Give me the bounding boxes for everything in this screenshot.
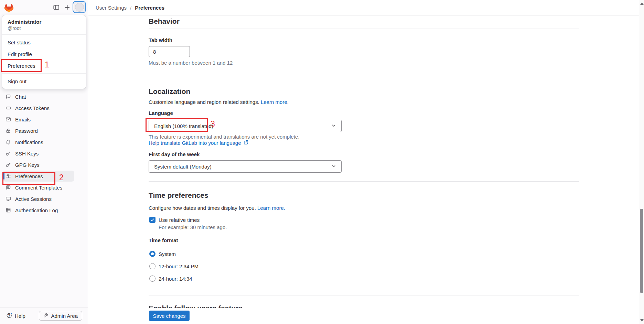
- preferences-icon: [6, 173, 11, 179]
- relative-times-label: Use relative times: [159, 217, 200, 223]
- sidebar-item-chat[interactable]: Chat: [3, 91, 74, 102]
- section-divider: [149, 181, 579, 182]
- key-icon: [6, 151, 11, 156]
- user-username: @root: [8, 25, 80, 31]
- user-menu-header: Administrator @root: [2, 15, 86, 35]
- user-menu-group: Set status Edit profile Preferences: [2, 35, 86, 73]
- time-format-option-12-hour: 12-hour: 2:34 PM: [149, 263, 198, 269]
- help-button[interactable]: ? Help: [6, 312, 25, 320]
- panel-left-icon: [53, 4, 60, 12]
- localization-section-title: Localization: [149, 87, 190, 96]
- save-changes-button[interactable]: Save changes: [149, 311, 190, 321]
- comment-lines-icon: [6, 185, 11, 190]
- localization-learn-more-link[interactable]: Learn more.: [261, 99, 289, 105]
- plus-icon: [64, 4, 71, 12]
- sidebar-item-label: Chat: [15, 94, 26, 100]
- admin-area-button[interactable]: Admin Area: [39, 311, 82, 321]
- admin-area-label: Admin Area: [51, 313, 78, 319]
- sidebar-item-password[interactable]: Password: [3, 125, 74, 136]
- sidebar-item-emails[interactable]: Emails: [3, 114, 74, 125]
- user-avatar-button[interactable]: [73, 1, 86, 13]
- user-dropdown-menu: Administrator @root Set status Edit prof…: [2, 15, 86, 89]
- new-item-button[interactable]: [63, 3, 72, 12]
- breadcrumb-separator: /: [130, 5, 131, 11]
- monitor-icon: [6, 196, 11, 202]
- avatar: [75, 3, 84, 12]
- time-format-option-24-hour: 24-hour: 14:34: [149, 276, 192, 282]
- chat-icon: [6, 94, 11, 99]
- sidebar-item-ssh-keys[interactable]: SSH Keys: [3, 148, 74, 159]
- breadcrumb: User Settings / Preferences: [88, 0, 639, 15]
- page-scrollbar: [639, 0, 644, 324]
- tab-width-label: Tab width: [149, 37, 172, 43]
- help-translate-link[interactable]: Help translate GitLab into your language: [149, 140, 241, 146]
- menu-item-preferences[interactable]: Preferences: [2, 60, 86, 72]
- menu-item-edit-profile[interactable]: Edit profile: [2, 48, 86, 60]
- scrollbar-down-arrow-icon[interactable]: [640, 319, 644, 322]
- sidebar-nav: Applications Chat Access Tokens Emails P…: [0, 79, 77, 216]
- radio-system-label: System: [159, 251, 176, 257]
- sidebar-toggle-button[interactable]: [52, 3, 61, 12]
- time-format-label: Time format: [149, 237, 178, 243]
- sidebar-item-comment-templates[interactable]: Comment Templates: [3, 182, 74, 193]
- sidebar-item-access-tokens[interactable]: Access Tokens: [3, 102, 74, 114]
- breadcrumb-user-settings-link[interactable]: User Settings: [96, 5, 127, 11]
- time-preferences-description: Configure how dates and times display fo…: [149, 205, 285, 211]
- menu-item-set-status[interactable]: Set status: [2, 36, 86, 48]
- behavior-section-title: Behavior: [149, 17, 579, 29]
- chevron-down-icon: [331, 163, 336, 170]
- external-link-icon: [243, 140, 249, 146]
- radio-24-hour[interactable]: [149, 276, 155, 282]
- relative-times-checkbox[interactable]: [149, 217, 155, 223]
- sidebar-item-label: Preferences: [15, 173, 43, 179]
- sidebar-item-notifications[interactable]: Notifications: [3, 137, 74, 148]
- menu-item-sign-out[interactable]: Sign out: [2, 75, 86, 87]
- scrollbar-up-arrow-icon[interactable]: [640, 2, 644, 5]
- tab-width-input[interactable]: [149, 46, 190, 57]
- first-day-select-value: System default (Monday): [154, 164, 212, 170]
- check-icon: [150, 217, 155, 222]
- user-full-name: Administrator: [8, 19, 80, 25]
- help-icon: ?: [6, 312, 12, 320]
- mail-icon: [6, 117, 11, 122]
- time-preferences-section-title: Time preferences: [149, 191, 208, 199]
- svg-text:?: ?: [8, 313, 10, 317]
- sidebar-item-label: Active Sessions: [15, 196, 52, 202]
- localization-description-text: Customize language and region related se…: [149, 99, 259, 105]
- sidebar-item-label: Authentication Log: [15, 207, 58, 213]
- section-divider: [149, 76, 579, 76]
- user-menu-signout-group: Sign out: [2, 73, 86, 89]
- time-preferences-learn-more-link[interactable]: Learn more.: [257, 205, 285, 211]
- log-icon: [6, 207, 11, 213]
- time-preferences-description-text: Configure how dates and times display fo…: [149, 205, 256, 211]
- sidebar-item-label: Notifications: [15, 139, 43, 145]
- bell-icon: [6, 139, 11, 145]
- radio-system[interactable]: [149, 251, 155, 257]
- sidebar-item-authentication-log[interactable]: Authentication Log: [3, 205, 74, 216]
- first-day-select[interactable]: System default (Monday): [149, 160, 342, 173]
- sidebar-item-active-sessions[interactable]: Active Sessions: [3, 193, 74, 204]
- time-format-option-system: System: [149, 251, 176, 257]
- save-bar: Save changes: [88, 308, 639, 324]
- language-label: Language: [149, 110, 173, 116]
- help-label: Help: [15, 313, 25, 319]
- gitlab-logo-icon[interactable]: [4, 4, 13, 12]
- sidebar-item-gpg-keys[interactable]: GPG Keys: [3, 159, 74, 170]
- language-help: This feature is experimental and transla…: [149, 134, 300, 140]
- localization-description: Customize language and region related se…: [149, 99, 289, 105]
- radio-12-hour[interactable]: [149, 263, 155, 269]
- language-select[interactable]: English (100% translated): [149, 120, 342, 132]
- section-divider: [149, 295, 579, 295]
- sidebar-item-label: SSH Keys: [15, 151, 39, 156]
- radio-12-hour-label: 12-hour: 2:34 PM: [159, 263, 198, 269]
- sidebar-item-label: Comment Templates: [15, 185, 62, 191]
- sidebar-item-label: GPG Keys: [15, 162, 40, 168]
- chevron-down-icon: [331, 123, 336, 129]
- language-select-value: English (100% translated): [154, 123, 213, 129]
- scrollbar-thumb[interactable]: [640, 209, 643, 293]
- help-translate-row: Help translate GitLab into your language: [149, 140, 249, 146]
- sidebar-item-preferences[interactable]: Preferences: [3, 171, 74, 182]
- tab-width-help: Must be a number between 1 and 12: [149, 60, 233, 66]
- breadcrumb-current-page: Preferences: [135, 5, 164, 11]
- sidebar-item-label: Password: [15, 128, 38, 134]
